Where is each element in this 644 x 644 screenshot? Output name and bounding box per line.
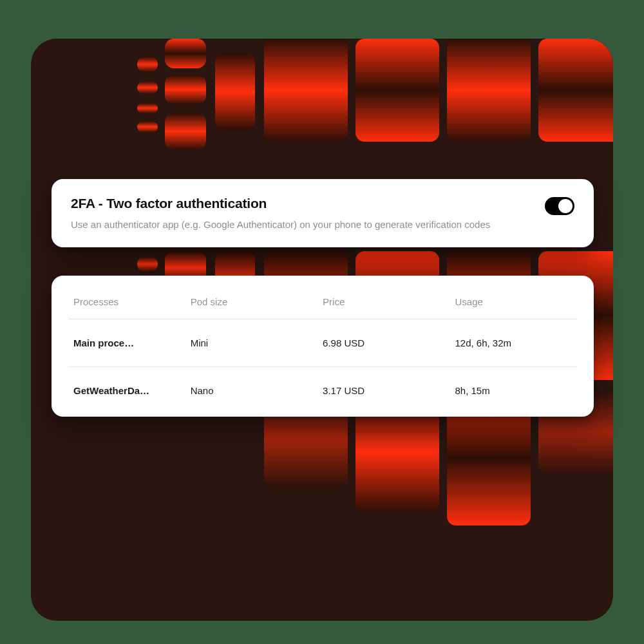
col-processes: Processes (68, 290, 185, 319)
tfa-description: Use an authenticator app (e.g. Google Au… (71, 218, 490, 232)
table-row[interactable]: Main proce… Mini 6.98 USD 12d, 6h, 32m (68, 319, 577, 367)
cell-usage: 8h, 15m (450, 367, 577, 415)
processes-table: Processes Pod size Price Usage Main proc… (68, 290, 577, 414)
cell-pod-size: Mini (185, 319, 317, 367)
tfa-toggle[interactable] (545, 197, 574, 215)
table-header-row: Processes Pod size Price Usage (68, 290, 577, 319)
cell-process: GetWeatherDa… (68, 367, 185, 415)
col-pod-size: Pod size (185, 290, 317, 319)
table-row[interactable]: GetWeatherDa… Nano 3.17 USD 8h, 15m (68, 367, 577, 415)
col-usage: Usage (450, 290, 577, 319)
cell-price: 6.98 USD (317, 319, 450, 367)
cell-usage: 12d, 6h, 32m (450, 319, 577, 367)
tfa-title: 2FA - Two factor authentication (71, 196, 490, 211)
cell-pod-size: Nano (185, 367, 317, 415)
col-price: Price (317, 290, 450, 319)
processes-table-card: Processes Pod size Price Usage Main proc… (52, 276, 594, 417)
two-factor-auth-card: 2FA - Two factor authentication Use an a… (52, 179, 594, 247)
cell-process: Main proce… (68, 319, 185, 367)
cell-price: 3.17 USD (317, 367, 450, 415)
toggle-knob-icon (558, 199, 573, 213)
